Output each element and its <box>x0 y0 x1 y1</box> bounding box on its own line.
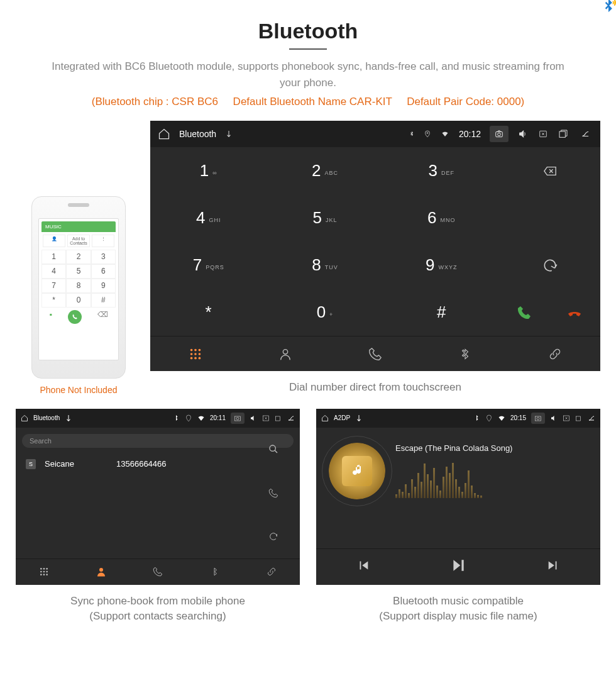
usb-icon <box>355 414 363 422</box>
album-art <box>329 443 385 499</box>
contact-name: Seicane <box>45 459 107 469</box>
svg-rect-18 <box>276 416 280 421</box>
home-icon[interactable] <box>321 414 329 422</box>
svg-point-25 <box>47 571 48 573</box>
phone-key: 5 <box>66 264 91 279</box>
nav-recent-calls[interactable] <box>129 559 186 585</box>
bluetooth-icon <box>409 130 415 138</box>
home-icon[interactable] <box>158 128 170 140</box>
dial-key-2[interactable]: 2ABC <box>267 147 383 194</box>
phonebook-caption: Sync phone-book from mobile phone(Suppor… <box>16 594 300 624</box>
nav-pair[interactable] <box>510 336 600 371</box>
track-title: Escape (The Pina Colada Song) <box>395 443 588 453</box>
svg-point-5 <box>190 348 192 351</box>
search-icon[interactable] <box>268 444 300 454</box>
call-button[interactable] <box>517 305 532 320</box>
sync-icon[interactable] <box>268 531 300 541</box>
nav-contacts[interactable] <box>72 559 129 585</box>
volume-icon[interactable] <box>250 414 257 422</box>
volume-icon[interactable] <box>517 129 529 139</box>
prev-button[interactable] <box>356 558 370 575</box>
svg-rect-1 <box>496 132 503 137</box>
nav-bluetooth[interactable] <box>186 559 243 585</box>
call-icon[interactable] <box>268 488 300 498</box>
wifi-icon <box>440 130 450 138</box>
close-app-icon[interactable] <box>563 414 570 422</box>
dial-key-9[interactable]: 9WXYZ <box>383 242 500 289</box>
dial-key-5[interactable]: 5JKL <box>267 194 383 242</box>
dial-key-6[interactable]: 6MNO <box>383 194 500 242</box>
svg-point-16 <box>236 417 239 419</box>
dial-key-0[interactable]: 0+ <box>267 289 383 336</box>
back-icon[interactable] <box>287 414 295 422</box>
recent-icon[interactable] <box>558 129 569 139</box>
spec-code: Default Pair Code: 0000) <box>407 96 524 108</box>
nav-bluetooth[interactable] <box>421 336 510 371</box>
contact-number: 13566664466 <box>116 459 167 469</box>
bluetooth-signal-icon <box>600 0 616 15</box>
visualizer <box>395 460 588 498</box>
spec-line: (Bluetooth chip : CSR BC6 Default Blueto… <box>16 96 600 108</box>
screenshot-button[interactable] <box>231 413 245 424</box>
svg-point-21 <box>43 568 45 570</box>
svg-point-10 <box>198 353 201 355</box>
screenshot-button[interactable] <box>490 126 509 142</box>
svg-point-31 <box>537 417 539 419</box>
sync-button[interactable] <box>500 242 600 289</box>
svg-point-24 <box>43 571 45 573</box>
svg-point-28 <box>47 574 48 576</box>
dial-key-#[interactable]: # <box>383 289 500 336</box>
recent-icon[interactable] <box>275 414 282 422</box>
back-icon[interactable] <box>578 130 593 138</box>
phone-mockup: MUSIC 👤Add to Contacts⋮ 123456789*0# ▪ ⌫ <box>31 196 126 379</box>
phonebook-panel: Bluetooth 20:11 Search S Seicane <box>16 409 300 585</box>
usb-icon <box>225 130 233 138</box>
screenshot-button[interactable] <box>531 413 545 424</box>
wifi-icon <box>498 414 505 422</box>
dial-key-1[interactable]: 1∞ <box>150 147 267 194</box>
location-icon <box>185 414 192 422</box>
phone-key: 6 <box>91 264 116 279</box>
phone-add-contacts: Add to Contacts <box>67 235 90 247</box>
phone-key: * <box>41 293 66 308</box>
statusbar-time: 20:12 <box>459 129 481 139</box>
svg-point-22 <box>47 568 48 570</box>
svg-point-23 <box>40 571 42 573</box>
dial-key-7[interactable]: 7PQRS <box>150 242 267 289</box>
svg-point-6 <box>194 348 197 351</box>
next-button[interactable] <box>546 558 560 575</box>
close-app-icon[interactable] <box>262 414 270 422</box>
nav-dialpad[interactable] <box>150 336 240 371</box>
dial-key-4[interactable]: 4GHI <box>150 194 267 242</box>
bluetooth-icon <box>473 414 480 422</box>
bottom-nav <box>150 336 600 371</box>
title-divider <box>289 48 327 50</box>
nav-pair[interactable] <box>243 559 300 585</box>
music-caption: Bluetooth music compatible(Support displ… <box>316 594 600 624</box>
svg-point-7 <box>198 348 201 351</box>
nav-dialpad[interactable] <box>16 559 72 585</box>
spec-chip: (Bluetooth chip : CSR BC6 <box>92 96 218 108</box>
phone-key: 1 <box>41 250 66 264</box>
volume-icon[interactable] <box>550 414 558 422</box>
usb-icon <box>65 414 72 422</box>
nav-recent-calls[interactable] <box>330 336 420 371</box>
dial-key-3[interactable]: 3DEF <box>383 147 500 194</box>
statusbar-title: Bluetooth <box>179 129 216 139</box>
close-app-icon[interactable] <box>537 130 549 138</box>
backspace-button[interactable] <box>500 147 600 194</box>
page-title: Bluetooth <box>16 19 600 43</box>
recent-icon[interactable] <box>575 414 583 422</box>
dial-key-8[interactable]: 8TUV <box>267 242 383 289</box>
svg-point-9 <box>194 353 197 355</box>
music-title: A2DP <box>334 414 350 421</box>
home-icon[interactable] <box>21 414 28 422</box>
contact-row[interactable]: S Seicane 13566664466 <box>16 454 300 474</box>
back-icon[interactable] <box>588 414 595 422</box>
dial-key-*[interactable]: * <box>150 289 267 336</box>
svg-rect-15 <box>235 416 241 421</box>
hangup-button[interactable] <box>566 305 583 320</box>
play-pause-button[interactable] <box>450 557 466 576</box>
search-input[interactable]: Search <box>22 434 294 448</box>
nav-contacts[interactable] <box>240 336 330 371</box>
